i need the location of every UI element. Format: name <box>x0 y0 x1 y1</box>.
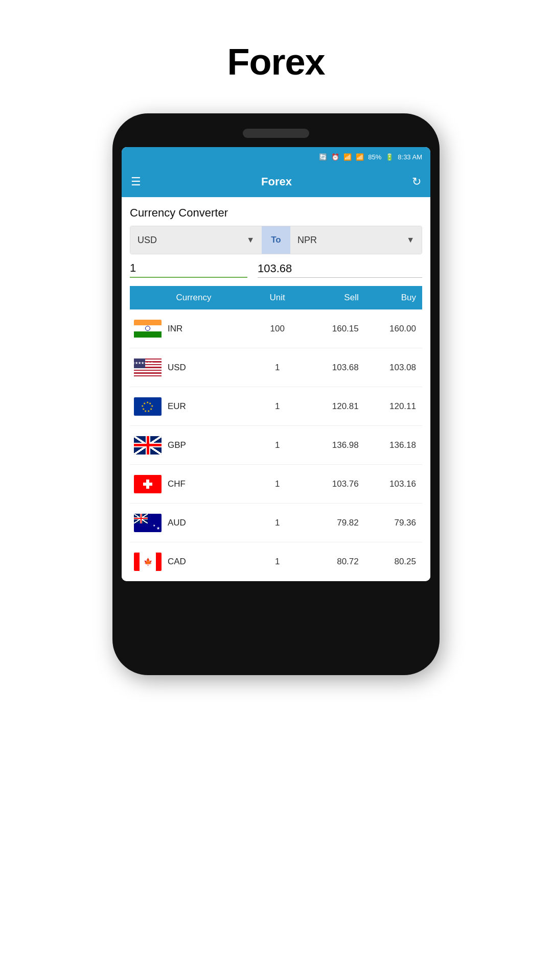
flag-aud: ★ ★ <box>134 514 162 532</box>
table-row[interactable]: ★★★★★★★★★ USD 1 103.68 103.08 <box>130 348 422 387</box>
th-sell: Sell <box>301 293 358 303</box>
status-bar: 🔄 ⏰ 📶 📶 85% 🔋 8:33 AM <box>122 147 430 166</box>
battery-percent: 85% <box>368 153 381 161</box>
row-buy-inr: 160.00 <box>359 324 418 334</box>
to-chevron-icon: ▼ <box>406 235 415 245</box>
row-unit-eur: 1 <box>254 401 302 412</box>
th-currency: Currency <box>134 293 254 303</box>
row-buy-aud: 79.36 <box>359 518 418 528</box>
phone-speaker <box>243 129 309 138</box>
row-buy-usd: 103.08 <box>359 363 418 373</box>
row-unit-aud: 1 <box>254 518 302 528</box>
row-currency-inr: INR <box>134 320 254 338</box>
table-row[interactable]: ★ ★ ★ ★ ★ ★ ★ ★ ★ EUR <box>130 387 422 426</box>
to-badge: To <box>262 226 290 254</box>
row-sell-eur: 120.81 <box>301 401 358 412</box>
from-amount-wrap <box>130 261 247 278</box>
currency-code-inr: INR <box>168 324 182 334</box>
table-row[interactable]: GBP 1 136.98 136.18 <box>130 426 422 465</box>
app-bar: ☰ Forex ↻ <box>122 166 430 197</box>
flag-cad: 🍁 <box>134 553 162 571</box>
app-bar-title: Forex <box>148 175 405 188</box>
row-unit-usd: 1 <box>254 363 302 373</box>
from-currency-select[interactable]: USD ▼ <box>130 226 262 254</box>
row-currency-eur: ★ ★ ★ ★ ★ ★ ★ ★ ★ EUR <box>134 397 254 416</box>
table-row[interactable]: 🍁 CAD 1 80.72 80.25 <box>130 542 422 581</box>
currency-code-chf: CHF <box>168 479 186 489</box>
phone-screen: 🔄 ⏰ 📶 📶 85% 🔋 8:33 AM ☰ Forex ↻ Currency… <box>122 147 430 581</box>
flag-chf <box>134 475 162 493</box>
refresh-icon[interactable]: ↻ <box>412 175 421 188</box>
currency-code-cad: CAD <box>168 557 186 567</box>
row-currency-aud: ★ ★ AUD <box>134 514 254 532</box>
row-sell-chf: 103.76 <box>301 479 358 489</box>
from-chevron-icon: ▼ <box>246 235 255 245</box>
currency-code-usd: USD <box>168 363 186 373</box>
phone-shell: 🔄 ⏰ 📶 📶 85% 🔋 8:33 AM ☰ Forex ↻ Currency… <box>112 113 440 675</box>
currency-code-eur: EUR <box>168 401 186 412</box>
content-area: Currency Converter USD ▼ To NPR ▼ <box>122 197 430 581</box>
row-unit-gbp: 1 <box>254 440 302 450</box>
sync-icon: 🔄 <box>319 153 327 161</box>
flag-eur: ★ ★ ★ ★ ★ ★ ★ ★ ★ <box>134 397 162 416</box>
flag-inr <box>134 320 162 338</box>
time-display: 8:33 AM <box>398 153 422 161</box>
alarm-icon: ⏰ <box>331 153 339 161</box>
flag-usd: ★★★★★★★★★ <box>134 358 162 377</box>
row-unit-chf: 1 <box>254 479 302 489</box>
th-buy: Buy <box>359 293 418 303</box>
row-sell-cad: 80.72 <box>301 557 358 567</box>
from-amount-input[interactable] <box>130 261 247 275</box>
battery-icon: 🔋 <box>385 153 394 161</box>
to-amount-wrap: 103.68 <box>258 262 422 278</box>
from-currency-label: USD <box>137 235 246 246</box>
currency-code-gbp: GBP <box>168 440 186 450</box>
row-unit-inr: 100 <box>254 324 302 334</box>
hamburger-icon[interactable]: ☰ <box>131 175 141 188</box>
table-header: Currency Unit Sell Buy <box>130 286 422 309</box>
signal-icon: 📶 <box>356 153 364 161</box>
row-sell-gbp: 136.98 <box>301 440 358 450</box>
row-buy-gbp: 136.18 <box>359 440 418 450</box>
row-currency-chf: CHF <box>134 475 254 493</box>
table-row[interactable]: CHF 1 103.76 103.16 <box>130 465 422 504</box>
row-unit-cad: 1 <box>254 557 302 567</box>
flag-gbp <box>134 436 162 455</box>
converter-selector-row: USD ▼ To NPR ▼ <box>130 226 422 254</box>
row-sell-aud: 79.82 <box>301 518 358 528</box>
amount-row: 103.68 <box>130 261 422 278</box>
table-row[interactable]: INR 100 160.15 160.00 <box>130 309 422 348</box>
row-buy-chf: 103.16 <box>359 479 418 489</box>
row-sell-usd: 103.68 <box>301 363 358 373</box>
table-row[interactable]: ★ ★ AUD 1 79.82 79.36 <box>130 504 422 542</box>
row-sell-inr: 160.15 <box>301 324 358 334</box>
page-title: Forex <box>227 41 325 83</box>
row-currency-usd: ★★★★★★★★★ USD <box>134 358 254 377</box>
row-currency-gbp: GBP <box>134 436 254 455</box>
row-buy-eur: 120.11 <box>359 401 418 412</box>
wifi-icon: 📶 <box>343 153 352 161</box>
to-amount-result: 103.68 <box>258 262 422 275</box>
th-unit: Unit <box>254 293 302 303</box>
section-title: Currency Converter <box>130 206 422 220</box>
row-buy-cad: 80.25 <box>359 557 418 567</box>
row-currency-cad: 🍁 CAD <box>134 553 254 571</box>
currency-code-aud: AUD <box>168 518 186 528</box>
to-currency-select[interactable]: NPR ▼ <box>290 226 422 254</box>
to-currency-label: NPR <box>297 235 406 246</box>
